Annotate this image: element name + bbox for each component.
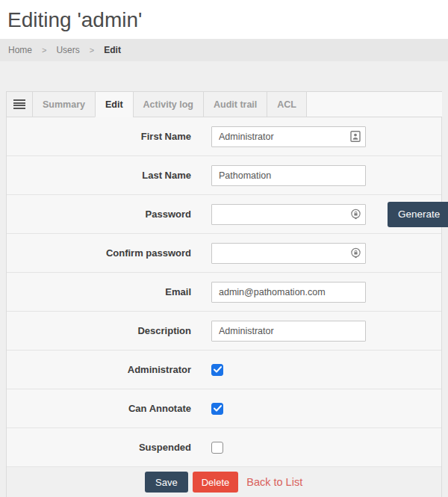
user-edit-panel: SummaryEditActivity logAudit trailACL Fi… — [6, 91, 442, 497]
can-annotate-row: Can Annotate — [7, 389, 441, 428]
breadcrumb-separator-icon: > — [42, 46, 46, 55]
suspended-checkbox[interactable] — [211, 442, 223, 454]
field-control — [211, 364, 223, 376]
checkbox-label: Suspended — [7, 442, 191, 453]
first-name-input[interactable] — [211, 126, 366, 147]
administrator-checkbox[interactable] — [211, 364, 223, 376]
field-control: Generate — [211, 202, 448, 227]
tab-audit-trail[interactable]: Audit trail — [203, 91, 267, 117]
administrator-row: Administrator — [7, 351, 441, 389]
input-wrap — [211, 126, 366, 147]
page: Editing 'admin' Home>Users>Edit SummaryE… — [0, 0, 448, 497]
first-name-row: First Name — [7, 117, 441, 156]
last-name-row: Last Name — [7, 156, 441, 195]
input-wrap — [211, 321, 366, 342]
field-label: Confirm password — [7, 247, 191, 259]
field-label: Description — [7, 325, 191, 336]
field-label: Password — [7, 209, 191, 220]
field-control — [211, 442, 223, 454]
save-button[interactable]: Save — [145, 472, 188, 493]
content-area: SummaryEditActivity logAudit trailACL Fi… — [0, 61, 448, 497]
last-name-input[interactable] — [211, 165, 366, 186]
hamburger-menu-icon — [13, 99, 25, 109]
breadcrumb-separator-icon: > — [90, 46, 94, 55]
breadcrumb-item-users[interactable]: Users — [56, 45, 79, 55]
tab-acl[interactable]: ACL — [267, 91, 307, 117]
generate-button[interactable]: Generate — [388, 202, 448, 227]
password-input[interactable] — [211, 204, 366, 225]
tab-menu-button[interactable] — [6, 91, 33, 117]
confirm-password-row: Confirm password — [7, 234, 441, 273]
field-control — [211, 243, 366, 264]
tab-activity-log[interactable]: Activity log — [133, 91, 204, 117]
tab-edit[interactable]: Edit — [95, 91, 134, 117]
input-wrap — [211, 204, 366, 225]
description-row: Description — [7, 312, 441, 351]
password-row: Password Generate — [7, 195, 441, 234]
form-body: First Name Last Name — [6, 117, 442, 497]
password-reveal-icon[interactable] — [349, 209, 361, 220]
email-input[interactable] — [211, 282, 366, 303]
field-control — [211, 321, 366, 342]
form-footer: Save Delete Back to List — [7, 467, 441, 497]
delete-button[interactable]: Delete — [193, 472, 239, 493]
tabstrip: SummaryEditActivity logAudit trailACL — [6, 91, 442, 117]
field-control — [211, 403, 223, 415]
page-title: Editing 'admin' — [0, 0, 448, 39]
tabstrip-filler — [307, 91, 442, 117]
field-label: First Name — [7, 131, 191, 142]
password-reveal-icon[interactable] — [349, 247, 361, 259]
input-wrap — [211, 282, 366, 303]
contact-autofill-icon[interactable] — [349, 131, 361, 143]
tab-summary[interactable]: Summary — [32, 91, 96, 117]
input-wrap — [211, 243, 366, 264]
field-control — [211, 126, 366, 147]
field-control — [211, 282, 366, 303]
breadcrumb-item-home[interactable]: Home — [8, 45, 32, 55]
back-to-list-link[interactable]: Back to List — [246, 476, 302, 488]
breadcrumb: Home>Users>Edit — [0, 39, 448, 61]
breadcrumb-item-edit: Edit — [104, 45, 121, 55]
field-control — [211, 165, 366, 186]
confirm-password-input[interactable] — [211, 243, 366, 264]
field-label: Email — [7, 286, 191, 297]
can-annotate-checkbox[interactable] — [211, 403, 223, 415]
description-input[interactable] — [211, 321, 366, 342]
input-wrap — [211, 165, 366, 186]
suspended-row: Suspended — [7, 428, 441, 467]
email-row: Email — [7, 273, 441, 312]
checkbox-label: Can Annotate — [7, 403, 191, 414]
checkbox-label: Administrator — [7, 364, 191, 375]
field-label: Last Name — [7, 170, 191, 181]
